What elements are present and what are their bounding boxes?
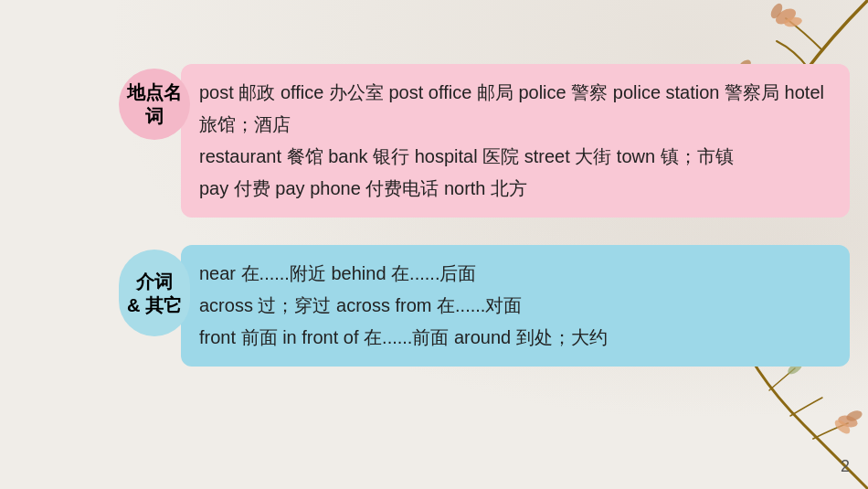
page-number: 2 xyxy=(841,457,850,476)
svg-point-0 xyxy=(773,5,799,27)
label-prepositions: 介词 & 其它 xyxy=(119,250,190,336)
prep-line-2: across 过；穿过 across from 在......对面 xyxy=(199,290,831,322)
svg-point-2 xyxy=(783,16,802,27)
prep-line-1: near 在......附近 behind 在......后面 xyxy=(199,258,831,290)
section-prepositions: 介词 & 其它 near 在......附近 behind 在......后面 … xyxy=(119,245,850,367)
places-line-3: pay 付费 pay phone 付费电话 north 北方 xyxy=(199,173,831,205)
content-places: post 邮政 office 办公室 post office 邮局 police… xyxy=(181,64,850,218)
section-places: 地点名词 post 邮政 office 办公室 post office 邮局 p… xyxy=(119,64,850,218)
prep-line-3: front 前面 in front of 在......前面 around 到处… xyxy=(199,322,831,354)
main-content: 地点名词 post 邮政 office 办公室 post office 邮局 p… xyxy=(119,64,850,452)
places-line-2: restaurant 餐馆 bank 银行 hospital 医院 street… xyxy=(199,141,831,173)
svg-point-1 xyxy=(768,2,785,21)
places-line-1: post 邮政 office 办公室 post office 邮局 police… xyxy=(199,77,831,141)
label-places: 地点名词 xyxy=(119,69,190,140)
content-prepositions: near 在......附近 behind 在......后面 across 过… xyxy=(181,245,850,367)
